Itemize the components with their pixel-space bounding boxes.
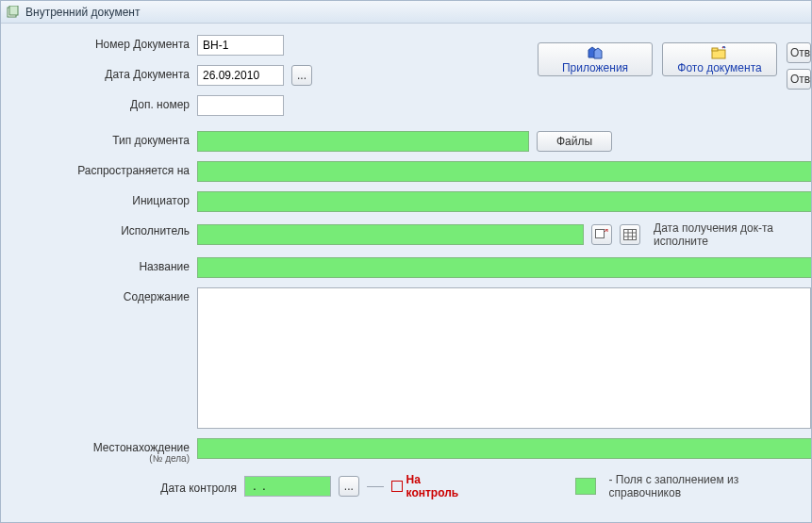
connector-line xyxy=(367,486,384,487)
svg-rect-1 xyxy=(9,6,18,15)
label-executor-date: Дата получения док-та исполните xyxy=(654,221,811,248)
attachments-button[interactable]: Приложения xyxy=(538,42,653,76)
resp-button-2[interactable]: Отве xyxy=(787,69,811,90)
control-date-picker-button[interactable]: ... xyxy=(339,476,359,497)
resp-label-2: Отве xyxy=(790,73,811,86)
grid-icon xyxy=(623,229,637,240)
photo-button[interactable]: Фото документа xyxy=(662,42,777,76)
location-field[interactable] xyxy=(197,438,812,459)
ellipsis-icon: ... xyxy=(344,480,354,493)
files-button[interactable]: Файлы xyxy=(537,131,612,152)
label-location-text: Местонахождение xyxy=(93,441,190,454)
label-location: Местонахождение (№ дела) xyxy=(1,438,190,464)
legend-text: - Поля с заполнением из справочников xyxy=(609,473,812,499)
attachments-icon xyxy=(587,45,604,60)
files-label: Файлы xyxy=(556,135,592,148)
titlebar: Внутренний документ xyxy=(1,1,811,24)
label-executor: Исполнитель xyxy=(1,221,190,237)
svg-rect-5 xyxy=(624,230,637,240)
executor-grid-button[interactable] xyxy=(620,224,640,245)
initiator-field[interactable] xyxy=(197,191,812,212)
cut-buttons-column: Отве Отве xyxy=(787,42,811,90)
ellipsis-icon: ... xyxy=(297,69,307,82)
checkbox-icon xyxy=(391,481,403,492)
label-title: Название xyxy=(1,257,190,273)
svg-rect-4 xyxy=(596,230,605,238)
label-location-sub: (№ дела) xyxy=(1,453,190,464)
on-control-label: На контроль xyxy=(406,473,475,499)
label-dop-number: Доп. номер xyxy=(1,95,190,111)
legend-swatch xyxy=(575,478,596,495)
photo-icon xyxy=(711,45,728,60)
label-doc-type: Тип документа xyxy=(1,131,190,147)
top-right-buttons: Приложения Фото документа Отве Отве xyxy=(538,42,811,90)
executor-popup-button[interactable] xyxy=(591,224,612,245)
window-title: Внутренний документ xyxy=(25,6,140,19)
svg-rect-3 xyxy=(712,48,718,51)
doc-type-field[interactable] xyxy=(197,131,529,152)
label-control-date: Дата контроля xyxy=(1,479,237,495)
label-initiator: Инициатор xyxy=(1,191,190,207)
dop-number-input[interactable] xyxy=(197,95,284,116)
photo-label: Фото документа xyxy=(677,61,761,74)
resp-button-1[interactable]: Отве xyxy=(787,42,811,63)
label-content: Содержание xyxy=(1,287,190,303)
window-small-icon xyxy=(595,229,608,240)
executor-field[interactable] xyxy=(197,224,584,245)
attachments-label: Приложения xyxy=(562,61,628,74)
label-applies-to: Распространяется на xyxy=(1,161,190,177)
on-control-checkbox[interactable]: На контроль xyxy=(391,473,475,499)
resp-label-1: Отве xyxy=(790,46,811,59)
label-doc-number: Номер Документа xyxy=(1,35,190,51)
doc-number-input[interactable] xyxy=(197,35,284,56)
content-textarea[interactable] xyxy=(197,287,811,429)
label-doc-date: Дата Документа xyxy=(1,65,190,81)
control-date-input[interactable] xyxy=(244,476,331,497)
form-content: Приложения Фото документа Отве Отве Номе… xyxy=(1,24,811,499)
doc-date-input[interactable] xyxy=(197,65,284,86)
doc-date-picker-button[interactable]: ... xyxy=(291,65,312,86)
applies-to-field[interactable] xyxy=(197,161,812,182)
title-field[interactable] xyxy=(197,257,812,278)
window: Внутренний документ Приложения Фото доку… xyxy=(0,0,812,523)
window-icon xyxy=(7,6,20,19)
